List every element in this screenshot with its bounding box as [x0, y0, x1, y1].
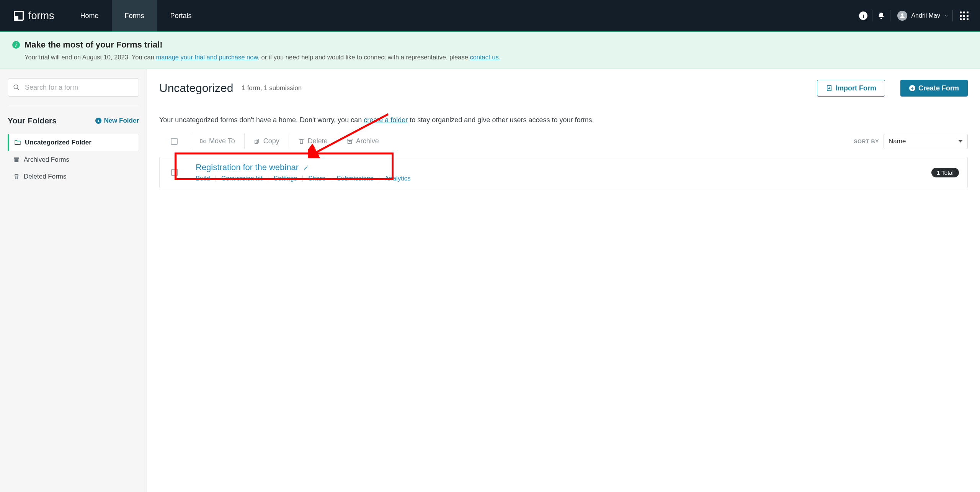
copy-icon	[254, 138, 260, 144]
nav-tab-forms-label: Forms	[125, 12, 144, 20]
sidebar: Your Folders + New Folder Uncategorized …	[0, 69, 147, 492]
search-wrap	[8, 78, 139, 97]
import-icon	[826, 85, 833, 92]
form-link-build[interactable]: Build	[196, 175, 210, 182]
archive-icon	[13, 156, 20, 163]
nav-tab-forms[interactable]: Forms	[112, 0, 157, 31]
archive-label: Archive	[356, 137, 379, 145]
search-icon	[13, 84, 20, 91]
list-toolbar: Move To Copy Delete Archive SORT BY Name	[159, 133, 968, 149]
main-header: Uncategorized 1 form, 1 submission Impor…	[159, 80, 968, 106]
form-row-checkbox[interactable]	[171, 169, 178, 176]
plus-circle-icon: +	[909, 85, 915, 91]
notifications-button[interactable]	[872, 0, 890, 31]
form-link-submissions[interactable]: Submissions	[336, 175, 373, 182]
form-title-link[interactable]: Registration for the webinar	[196, 162, 299, 172]
archive-icon	[346, 138, 353, 144]
form-quick-links: Build Conversion kit Settings Share Subm…	[196, 175, 931, 182]
form-link-analytics[interactable]: Analytics	[385, 175, 411, 182]
brand[interactable]: forms	[0, 0, 67, 31]
link-sep	[302, 175, 303, 182]
link-sep	[379, 175, 379, 182]
delete-label: Delete	[308, 137, 328, 145]
nav-tab-home-label: Home	[80, 12, 99, 20]
chevron-down-icon	[944, 13, 949, 18]
plus-circle-icon: +	[95, 118, 101, 124]
total-badge: 1 Total	[931, 168, 959, 177]
sidebar-item-label: Archived Forms	[24, 156, 69, 164]
delete-button[interactable]: Delete	[289, 133, 337, 149]
folders-header: Your Folders + New Folder	[8, 116, 139, 125]
folder-icon	[14, 139, 21, 146]
trial-sub-prefix: Your trial will end on August 10, 2023. …	[24, 54, 156, 61]
page-title: Uncategorized	[159, 82, 233, 95]
import-form-label: Import Form	[836, 84, 876, 92]
nav-right: i Andrii Mav	[854, 0, 980, 31]
sort-by-label: SORT BY	[854, 138, 879, 144]
create-form-label: Create Form	[918, 84, 959, 92]
import-form-button[interactable]: Import Form	[817, 80, 885, 97]
move-to-label: Move To	[209, 137, 235, 145]
brand-logo-icon	[14, 11, 24, 21]
folder-list: Uncategorized Folder Archived Forms Dele…	[8, 134, 139, 185]
top-navbar: forms Home Forms Portals i Andrii Mav	[0, 0, 980, 31]
search-input[interactable]	[8, 78, 139, 97]
info-suffix: to stay organized and give other users a…	[408, 116, 594, 124]
form-row-main: Registration for the webinar Build Conve…	[196, 162, 931, 182]
sidebar-item-deleted[interactable]: Deleted Forms	[8, 168, 139, 185]
sidebar-item-label: Uncategorized Folder	[25, 139, 91, 146]
sidebar-item-uncategorized[interactable]: Uncategorized Folder	[8, 134, 139, 151]
nav-tab-portals[interactable]: Portals	[157, 0, 205, 31]
trash-icon	[298, 138, 305, 144]
copy-button[interactable]: Copy	[244, 133, 289, 149]
page-subtitle: 1 form, 1 submission	[242, 84, 302, 92]
avatar-icon	[897, 11, 907, 21]
sidebar-item-label: Deleted Forms	[24, 173, 66, 180]
bell-icon	[877, 12, 885, 20]
info-button[interactable]: i	[854, 0, 872, 31]
info-icon: i	[859, 11, 867, 20]
info-prefix: Your uncategorized forms don't have a ho…	[159, 116, 364, 124]
form-link-share[interactable]: Share	[308, 175, 325, 182]
nav-divider-3	[952, 10, 953, 21]
trial-sub-middle: , or if you need help and would like to …	[258, 54, 470, 61]
pencil-icon[interactable]	[303, 165, 309, 171]
archive-button[interactable]: Archive	[337, 133, 388, 149]
link-sep	[268, 175, 268, 182]
user-name-label: Andrii Mav	[911, 12, 940, 19]
new-folder-button[interactable]: + New Folder	[95, 117, 139, 125]
brand-name: forms	[28, 10, 54, 22]
trial-info-icon: i	[12, 41, 20, 49]
link-sep	[331, 175, 331, 182]
trial-manage-link[interactable]: manage your trial and purchase now	[156, 54, 258, 61]
info-line: Your uncategorized forms don't have a ho…	[159, 106, 968, 133]
nav-tab-home[interactable]: Home	[67, 0, 112, 31]
new-folder-label: New Folder	[104, 117, 139, 125]
main-panel: Uncategorized 1 form, 1 submission Impor…	[147, 69, 980, 492]
nav-tabs: Home Forms Portals	[67, 0, 205, 31]
user-menu[interactable]: Andrii Mav	[890, 11, 952, 21]
create-folder-link[interactable]: create a folder	[364, 116, 408, 124]
apps-launcher-button[interactable]	[960, 11, 969, 20]
trash-icon	[13, 173, 20, 180]
move-to-button[interactable]: Move To	[190, 133, 244, 149]
caret-down-icon	[958, 140, 963, 143]
workspace: Your Folders + New Folder Uncategorized …	[0, 69, 980, 492]
select-all-checkbox[interactable]	[171, 138, 178, 145]
sort-select[interactable]: Name	[884, 134, 968, 149]
link-sep	[216, 175, 216, 182]
trial-title: Make the most of your Forms trial!	[24, 40, 163, 50]
trial-contact-link[interactable]: contact us.	[470, 54, 500, 61]
form-link-conversion-kit[interactable]: Conversion kit	[221, 175, 263, 182]
trial-subtext: Your trial will end on August 10, 2023. …	[12, 54, 968, 61]
copy-label: Copy	[263, 137, 279, 145]
sidebar-item-archived[interactable]: Archived Forms	[8, 151, 139, 168]
form-row: Registration for the webinar Build Conve…	[159, 157, 968, 188]
move-icon	[199, 138, 206, 144]
folders-heading: Your Folders	[8, 116, 57, 125]
form-link-settings[interactable]: Settings	[274, 175, 297, 182]
sidebar-divider	[8, 106, 139, 106]
create-form-button[interactable]: + Create Form	[900, 80, 968, 97]
trial-banner: i Make the most of your Forms trial! You…	[0, 31, 980, 69]
nav-tab-portals-label: Portals	[170, 12, 192, 20]
